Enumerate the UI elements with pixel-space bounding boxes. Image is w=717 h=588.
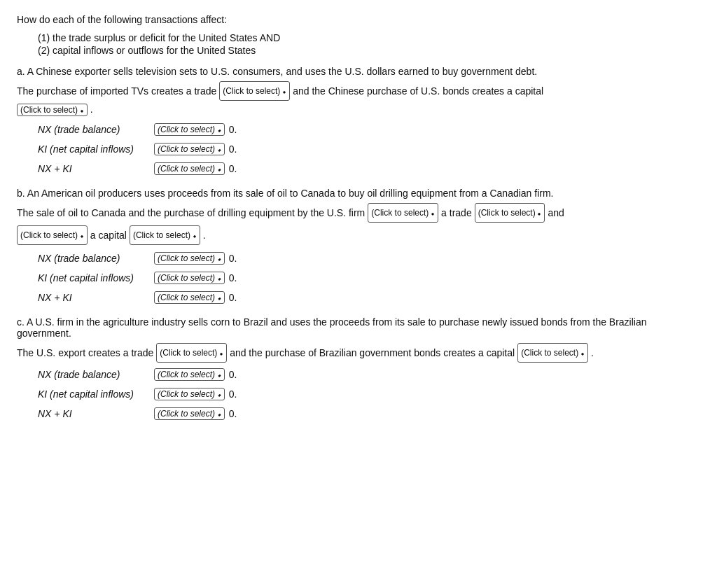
section-c-nxki-row: NX + KI (Click to select) 0. [38, 407, 700, 420]
section-b-nx-zero: 0. [229, 253, 237, 264]
section-a-sentence-pre: The purchase of imported TVs creates a t… [17, 81, 216, 101]
section-a-ki-zero: 0. [229, 144, 237, 155]
section-a-period: . [90, 104, 93, 115]
section-a-nxki-zero: 0. [229, 163, 237, 174]
section-a-nx-label: NX (trade balance) [38, 124, 150, 135]
section-c-nxki-zero: 0. [229, 408, 237, 419]
section-b-nxki-zero: 0. [229, 292, 237, 303]
subpoint-1: (1) the trade surplus or deficit for the… [38, 32, 700, 43]
section-c-sentence-pre: The U.S. export creates a trade [17, 343, 153, 363]
section-b-nxki-dropdown[interactable]: (Click to select) [154, 291, 225, 304]
section-b-sentence-mid: a trade [441, 203, 472, 223]
section-b-and: and [548, 203, 564, 223]
section-c-ki-label: KI (net capital inflows) [38, 388, 150, 400]
section-c-nx-row: NX (trade balance) (Click to select) 0. [38, 368, 700, 381]
section-c-period: . [591, 343, 594, 363]
section-c-nxki-dropdown[interactable]: (Click to select) [154, 407, 225, 420]
section-b-ki-label: KI (net capital inflows) [38, 272, 150, 284]
section-a-sentence-mid: and the Chinese purchase of U.S. bonds c… [293, 81, 543, 101]
section-c-capital-dropdown[interactable]: (Click to select) [517, 343, 588, 363]
section-a-nx-zero: 0. [229, 124, 237, 135]
section-b: b. An American oil producers uses procee… [17, 188, 700, 304]
section-c-nx-zero: 0. [229, 369, 237, 380]
section-a-nx-row: NX (trade balance) (Click to select) 0. [38, 123, 700, 136]
section-b-period: . [203, 225, 206, 245]
section-c-ki-dropdown[interactable]: (Click to select) [154, 388, 225, 400]
section-b-nx-row: NX (trade balance) (Click to select) 0. [38, 252, 700, 265]
section-b-sentence-pre: The sale of oil to Canada and the purcha… [17, 203, 365, 223]
section-b-capital-dropdown[interactable]: (Click to select) [130, 225, 200, 245]
section-b-ki-dropdown[interactable]: (Click to select) [154, 272, 225, 284]
section-a-ki-row: KI (net capital inflows) (Click to selec… [38, 143, 700, 155]
section-b-nxki-label: NX + KI [38, 292, 150, 303]
section-c-nx-label: NX (trade balance) [38, 369, 150, 380]
section-c-sentence-mid: and the purchase of Brazilian government… [230, 343, 515, 363]
section-b-label: b. An American oil producers uses procee… [17, 188, 700, 199]
subpoint-2: (2) capital inflows or outflows for the … [38, 45, 700, 56]
section-b-ki-zero: 0. [229, 272, 237, 284]
intro-text: How do each of the following transaction… [17, 14, 700, 25]
section-c-nxki-label: NX + KI [38, 408, 150, 419]
section-a-nx-dropdown[interactable]: (Click to select) [154, 123, 225, 136]
section-b-capital-type-dropdown[interactable]: (Click to select) [17, 225, 88, 245]
section-a-trade-dropdown[interactable]: (Click to select) [219, 81, 290, 101]
section-b-sentence-line1: The sale of oil to Canada and the purcha… [17, 203, 700, 223]
section-c-ki-zero: 0. [229, 388, 237, 400]
section-a-capital-dropdown[interactable]: (Click to select) [17, 104, 88, 116]
section-c-ki-row: KI (net capital inflows) (Click to selec… [38, 388, 700, 400]
section-a-nxki-label: NX + KI [38, 163, 150, 174]
section-c-trade-dropdown[interactable]: (Click to select) [156, 343, 227, 363]
section-b-nx-label: NX (trade balance) [38, 253, 150, 264]
section-c-nx-dropdown[interactable]: (Click to select) [154, 368, 225, 381]
section-a-nxki-row: NX + KI (Click to select) 0. [38, 162, 700, 175]
section-a-sentence: The purchase of imported TVs creates a t… [17, 81, 700, 101]
section-b-nxki-row: NX + KI (Click to select) 0. [38, 291, 700, 304]
section-a-nxki-dropdown[interactable]: (Click to select) [154, 162, 225, 175]
section-b-acapital: a capital [90, 225, 127, 245]
section-a-label: a. A Chinese exporter sells television s… [17, 66, 700, 77]
section-b-nx-dropdown[interactable]: (Click to select) [154, 252, 225, 265]
section-a: a. A Chinese exporter sells television s… [17, 66, 700, 175]
section-b-firm-dropdown[interactable]: (Click to select) [368, 203, 438, 223]
section-b-trade-dropdown[interactable]: (Click to select) [475, 203, 545, 223]
section-a-ki-dropdown[interactable]: (Click to select) [154, 143, 225, 155]
section-b-ki-row: KI (net capital inflows) (Click to selec… [38, 272, 700, 284]
section-c-label: c. A U.S. firm in the agriculture indust… [17, 316, 700, 339]
section-c: c. A U.S. firm in the agriculture indust… [17, 316, 700, 420]
section-b-sentence-line2: (Click to select) a capital (Click to se… [17, 225, 700, 245]
section-c-sentence: The U.S. export creates a trade (Click t… [17, 343, 700, 363]
section-a-ki-label: KI (net capital inflows) [38, 144, 150, 155]
